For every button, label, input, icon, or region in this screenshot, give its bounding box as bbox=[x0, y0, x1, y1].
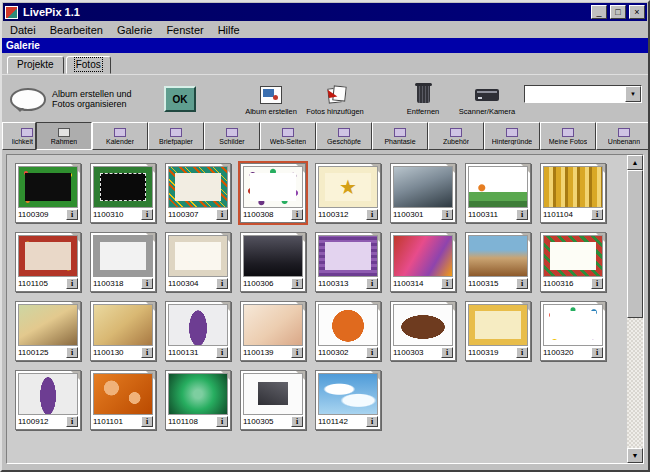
thumbnail-card[interactable]: 1101105 i bbox=[15, 232, 81, 292]
info-button[interactable]: i bbox=[591, 278, 603, 289]
thumbnail-image[interactable] bbox=[393, 304, 453, 346]
thumbnail-card[interactable]: 1100315 i bbox=[465, 232, 531, 292]
info-button[interactable]: i bbox=[516, 278, 528, 289]
thumbnail-card[interactable]: 1100310 i bbox=[90, 163, 156, 223]
fotos-hinzufuegen-button[interactable]: Fotos hinzufügen bbox=[304, 83, 366, 116]
scrollbar-track[interactable] bbox=[627, 170, 643, 448]
thumbnail-card[interactable]: 1100306 i bbox=[240, 232, 306, 292]
thumbnail-image[interactable] bbox=[243, 235, 303, 277]
thumbnail-image[interactable] bbox=[93, 373, 153, 415]
info-button[interactable]: i bbox=[141, 278, 153, 289]
thumbnail-image[interactable] bbox=[18, 235, 78, 277]
thumbnail-image[interactable] bbox=[168, 166, 228, 208]
tab-fotos[interactable]: Fotos bbox=[66, 56, 111, 74]
info-button[interactable]: i bbox=[441, 347, 453, 358]
thumbnail-image[interactable] bbox=[168, 304, 228, 346]
menu-item-fenster[interactable]: Fenster bbox=[159, 23, 210, 37]
thumbnail-image[interactable] bbox=[168, 373, 228, 415]
vertical-scrollbar[interactable]: ▲ ▼ bbox=[627, 155, 643, 463]
category-hintergr-nde[interactable]: Hintergründe bbox=[484, 122, 540, 150]
info-button[interactable]: i bbox=[366, 209, 378, 220]
menu-item-hilfe[interactable]: Hilfe bbox=[211, 23, 247, 37]
thumbnail-image[interactable] bbox=[318, 373, 378, 415]
thumbnail-image[interactable] bbox=[18, 304, 78, 346]
info-button[interactable]: i bbox=[366, 347, 378, 358]
thumbnail-image[interactable] bbox=[468, 235, 528, 277]
info-button[interactable]: i bbox=[66, 347, 78, 358]
thumbnail-image[interactable] bbox=[243, 304, 303, 346]
info-button[interactable]: i bbox=[591, 347, 603, 358]
category-lichkeit[interactable]: lichkeit bbox=[2, 122, 36, 150]
ok-button[interactable]: OK bbox=[164, 86, 196, 112]
info-button[interactable]: i bbox=[216, 278, 228, 289]
thumbnail-card[interactable]: 1100130 i bbox=[90, 301, 156, 361]
info-button[interactable]: i bbox=[66, 209, 78, 220]
info-button[interactable]: i bbox=[366, 278, 378, 289]
thumbnail-card[interactable]: 1100320 i bbox=[540, 301, 606, 361]
tab-projekte[interactable]: Projekte bbox=[7, 56, 64, 74]
thumbnail-image[interactable] bbox=[243, 373, 303, 415]
thumbnail-card[interactable]: 1100305 i bbox=[240, 370, 306, 430]
thumbnail-image[interactable] bbox=[93, 235, 153, 277]
info-button[interactable]: i bbox=[291, 209, 303, 220]
thumbnail-image[interactable] bbox=[18, 373, 78, 415]
thumbnail-card[interactable]: 1100304 i bbox=[165, 232, 231, 292]
info-button[interactable]: i bbox=[516, 347, 528, 358]
thumbnail-card[interactable]: 1101108 i bbox=[165, 370, 231, 430]
info-button[interactable]: i bbox=[141, 416, 153, 427]
thumbnail-card[interactable]: 1100131 i bbox=[165, 301, 231, 361]
info-button[interactable]: i bbox=[141, 209, 153, 220]
thumbnail-card[interactable]: 1101104 i bbox=[540, 163, 606, 223]
minimize-button[interactable]: _ bbox=[591, 5, 607, 19]
info-button[interactable]: i bbox=[366, 416, 378, 427]
info-button[interactable]: i bbox=[66, 416, 78, 427]
category-gesch-pfe[interactable]: Geschöpfe bbox=[316, 122, 372, 150]
thumbnail-image[interactable]: ★ bbox=[318, 166, 378, 208]
thumbnail-image[interactable] bbox=[543, 235, 603, 277]
thumbnail-image[interactable] bbox=[93, 166, 153, 208]
info-button[interactable]: i bbox=[291, 278, 303, 289]
menu-item-galerie[interactable]: Galerie bbox=[110, 23, 159, 37]
thumbnail-card[interactable]: 1100316 i bbox=[540, 232, 606, 292]
thumbnail-image[interactable] bbox=[393, 235, 453, 277]
thumbnail-image[interactable] bbox=[168, 235, 228, 277]
scroll-up-button[interactable]: ▲ bbox=[627, 155, 643, 170]
thumbnail-card[interactable]: 1100319 i bbox=[465, 301, 531, 361]
thumbnail-card[interactable]: 1100301 i bbox=[390, 163, 456, 223]
category-phantasie[interactable]: Phantasie bbox=[372, 122, 428, 150]
thumbnail-card[interactable]: 1100139 i bbox=[240, 301, 306, 361]
category-zubeh-r[interactable]: Zubehör bbox=[428, 122, 484, 150]
thumbnail-card[interactable]: 1100307 i bbox=[165, 163, 231, 223]
menu-item-datei[interactable]: Datei bbox=[3, 23, 43, 37]
info-button[interactable]: i bbox=[141, 347, 153, 358]
thumbnail-image[interactable] bbox=[318, 235, 378, 277]
info-button[interactable]: i bbox=[291, 347, 303, 358]
thumbnail-image[interactable] bbox=[543, 166, 603, 208]
thumbnail-image[interactable] bbox=[468, 166, 528, 208]
thumbnail-image[interactable] bbox=[468, 304, 528, 346]
info-button[interactable]: i bbox=[216, 209, 228, 220]
category-schilder[interactable]: Schilder bbox=[204, 122, 260, 150]
info-button[interactable]: i bbox=[216, 347, 228, 358]
gallery-dropdown[interactable]: ▼ bbox=[524, 85, 642, 103]
category-briefpapier[interactable]: Briefpapier bbox=[148, 122, 204, 150]
info-button[interactable]: i bbox=[66, 278, 78, 289]
info-button[interactable]: i bbox=[591, 209, 603, 220]
thumbnail-card[interactable]: 1100311 i bbox=[465, 163, 531, 223]
close-button[interactable]: × bbox=[629, 5, 645, 19]
info-button[interactable]: i bbox=[216, 416, 228, 427]
thumbnail-card[interactable]: 1101101 i bbox=[90, 370, 156, 430]
entfernen-button[interactable]: Entfernen bbox=[392, 83, 454, 116]
chevron-down-icon[interactable]: ▼ bbox=[625, 86, 641, 102]
category-web-seiten[interactable]: Web-Seiten bbox=[260, 122, 316, 150]
thumbnail-card[interactable]: 1100125 i bbox=[15, 301, 81, 361]
thumbnail-image[interactable] bbox=[18, 166, 78, 208]
menu-item-bearbeiten[interactable]: Bearbeiten bbox=[43, 23, 110, 37]
thumbnail-image[interactable] bbox=[318, 304, 378, 346]
info-button[interactable]: i bbox=[441, 209, 453, 220]
thumbnail-card[interactable]: 1100318 i bbox=[90, 232, 156, 292]
thumbnail-card[interactable]: 1100912 i bbox=[15, 370, 81, 430]
category-kalender[interactable]: Kalender bbox=[92, 122, 148, 150]
thumbnail-card[interactable]: 1101142 i bbox=[315, 370, 381, 430]
thumbnail-image[interactable] bbox=[93, 304, 153, 346]
